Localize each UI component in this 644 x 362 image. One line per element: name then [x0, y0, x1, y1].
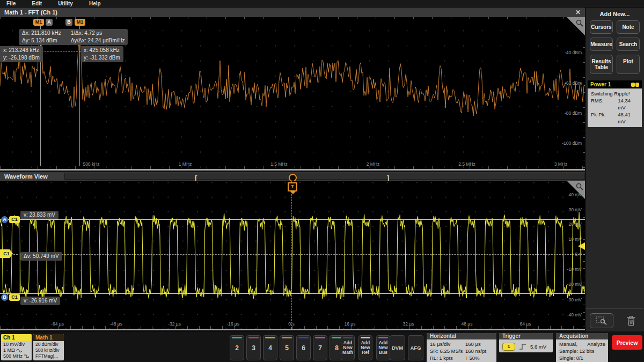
wf-splitter[interactable] [0, 329, 585, 330]
menu-utility[interactable]: Utility [58, 1, 73, 6]
fft-delta-dydx: Δy/Δx: 24.24 µdBm/Hz [71, 37, 125, 45]
trigger-panel[interactable]: Trigger 1 5.6 mV [499, 333, 553, 352]
zoom-overview-button[interactable] [590, 313, 613, 328]
search-button[interactable]: Search [617, 38, 640, 51]
fft-delta-readout[interactable]: Δx: 211.810 kHz 1/Δx: 4.72 µs Δy: 5.134 … [19, 29, 128, 45]
add-buttons: Add New Math Add New Ref Add New Bus [341, 335, 390, 360]
wf-zoom-handle[interactable] [567, 181, 585, 199]
fft-cursor-a-y: y: -26.198 dBm [3, 54, 40, 62]
fft-ytick-60: -60 dBm [565, 80, 582, 86]
waveform-title-bar[interactable]: Waveform View [ ] [0, 172, 585, 181]
note-button[interactable]: Note [617, 20, 640, 34]
power-badge-icon [631, 83, 639, 87]
fft-cursor-a-readout[interactable]: x: 213.248 kHz y: -26.198 dBm [0, 46, 43, 62]
channel-6-button[interactable]: 6 [296, 335, 311, 360]
channel-5-button[interactable]: 5 [280, 335, 294, 360]
menu-help[interactable]: Help [89, 1, 101, 6]
pkpk-label: Pk-Pk: [591, 111, 608, 125]
fft-marker-m1a-badge[interactable]: M1 [33, 19, 44, 26]
acq-sample-bits: Sample: 12 bits [559, 348, 605, 354]
horizontal-scale: 16 µs/div [430, 341, 465, 348]
cursor-b-readout[interactable]: v: -26.916 mV [20, 297, 60, 305]
wf-ytick-n20: -20 mV [567, 282, 582, 287]
trigger-level-value: 5.6 mV [530, 343, 546, 350]
wf-ytick-0: 0 V [575, 252, 582, 257]
magnifier-icon [575, 19, 584, 27]
preview-button[interactable]: Preview [612, 335, 642, 350]
fft-delta-dy: Δy: 5.134 dBm [22, 37, 61, 45]
mark-line [19, 220, 20, 300]
channel-3-button[interactable]: 3 [246, 335, 261, 360]
delta-v-readout[interactable]: Δv: 50.749 mV [20, 252, 62, 261]
horizontal-panel[interactable]: Horizontal 16 µs/div160 µs SR: 6.25 MS/s… [427, 333, 496, 362]
close-icon[interactable]: ✕ [575, 8, 581, 17]
channel-7-button[interactable]: 7 [313, 335, 327, 360]
cursor-a-badge[interactable]: A [1, 216, 8, 223]
cursor-a-hline[interactable] [0, 219, 585, 220]
menu-file[interactable]: File [6, 1, 16, 6]
wf-ytick-n10: -10 mV [567, 267, 582, 272]
power-1-body: Switching Ripple¹ RMS: 14.34 mV Pk-Pk: 4… [588, 88, 642, 127]
add-new-ref-button[interactable]: Add New Ref [358, 335, 372, 360]
power-1-title: Power 1 [590, 82, 611, 87]
trigger-position-icon: T [465, 356, 469, 361]
wf-ytick-30: 30 mV [568, 207, 582, 212]
ch1-badge[interactable]: Ch 1 10 mV/div 1 MΩ 500 MHz [1, 334, 32, 360]
dvm-button[interactable]: DVM [390, 335, 405, 360]
rms-label: RMS: [591, 97, 608, 111]
cursor-b-channel-badge[interactable]: C1 [9, 294, 20, 301]
zoom-box-icon [596, 316, 608, 325]
acquisition-panel[interactable]: Acquisition Manual,Analyze Sample: 12 bi… [556, 333, 608, 362]
fft-plot-area[interactable]: M1 A B M1 Δx: 211.810 kHz 1/Δx: 4.72 µs … [0, 17, 585, 169]
ch1-scale: 10 mV/div [3, 342, 25, 348]
menu-edit[interactable]: Edit [32, 1, 42, 6]
fft-cursor-b-x: x: 425.058 kHz [84, 47, 120, 54]
rising-edge-icon [518, 343, 527, 350]
waveform-plot-area[interactable]: T A C1 v: 23.833 mV C1 Δv: 50.749 mV B C… [0, 181, 585, 329]
fft-cursor-a-badge[interactable]: A [46, 19, 53, 26]
cursor-a-readout[interactable]: v: 23.833 mV [20, 211, 58, 219]
acq-single: Single: 0/1 [559, 354, 605, 361]
power-1-header[interactable]: Power 1 [588, 80, 642, 88]
cursor-a-channel-badge[interactable]: C1 [9, 216, 20, 223]
afg-button[interactable]: AFG [408, 335, 423, 360]
plot-button[interactable]: Plot [617, 55, 640, 74]
ac-coupling-icon [16, 349, 23, 353]
math1-vscale: 20 dBm/div [35, 342, 62, 348]
waveform-title: Waveform View [4, 173, 48, 180]
cursor-b-badge[interactable]: B [1, 294, 8, 301]
fft-cursor-b-badge[interactable]: B [65, 19, 72, 26]
cursors-button[interactable]: Cursors [590, 20, 613, 34]
measure-button[interactable]: Measure [590, 38, 613, 51]
trigger-level-arrow[interactable] [578, 242, 585, 250]
add-new-math-button[interactable]: Add New Math [341, 335, 355, 360]
fft-cursor-b-line[interactable] [79, 25, 80, 166]
fft-cursor-b-readout[interactable]: x: 425.058 kHz y: -31.332 dBm [80, 46, 123, 62]
fft-zoom-handle[interactable] [567, 17, 585, 35]
ch1-waveform-trace [0, 181, 585, 327]
trash-icon [626, 315, 636, 327]
ch1-title: Ch 1 [1, 334, 32, 341]
trash-button[interactable] [626, 315, 636, 327]
power-measure-name: Switching Ripple¹ [591, 90, 639, 97]
acquisition-title: Acquisition [556, 333, 608, 339]
cursor-b-hline[interactable] [0, 293, 585, 294]
math1-hscale: 500 kHz/div [35, 348, 62, 353]
waveform-ruler[interactable]: [ ] [64, 173, 585, 180]
ch1-bandwidth: 500 MHz [3, 353, 23, 359]
math1-badge[interactable]: Math 1 20 dBm/div 500 kHz/div FFTMag(... [33, 334, 64, 360]
channel-4-button[interactable]: 4 [263, 335, 277, 360]
trigger-source-badge[interactable]: 1 [502, 343, 515, 351]
trigger-position-pct: 50% [470, 355, 480, 361]
add-new-bus-button[interactable]: Add New Bus [376, 335, 390, 360]
rms-value: 14.34 mV [618, 97, 639, 111]
channel-2-button[interactable]: 2 [230, 335, 244, 360]
power-1-card[interactable]: Power 1 Switching Ripple¹ RMS: 14.34 mV … [588, 80, 642, 127]
results-table-button[interactable]: Results Table [590, 55, 613, 74]
fft-marker-m1b-badge[interactable]: M1 [75, 19, 85, 26]
trigger-badge[interactable]: T [288, 182, 297, 191]
util-buttons: DVM AFG [390, 335, 423, 360]
wf-ytick-n40: -40 mV [567, 312, 582, 317]
fft-splitter[interactable] [0, 169, 585, 171]
fft-title-bar[interactable]: Math 1 - FFT (Ch 1) ✕ [0, 8, 585, 17]
